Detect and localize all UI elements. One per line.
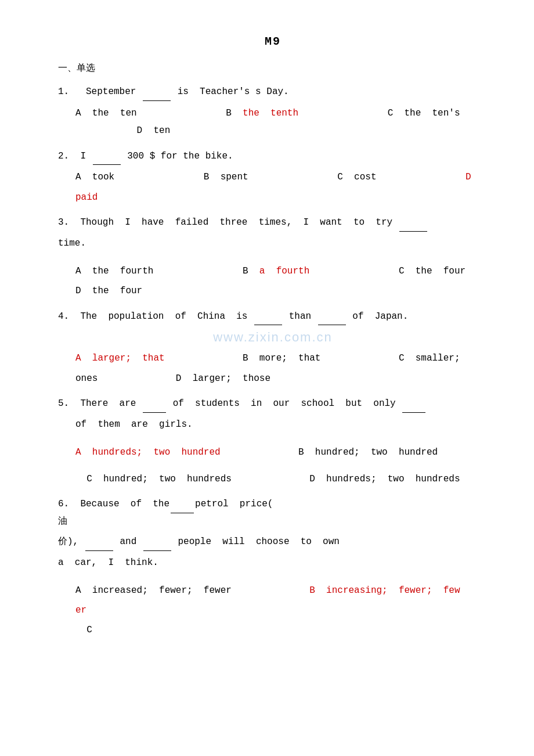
question-2: 2. I 300 $ for the bike. A took B spent … (58, 148, 488, 207)
question-5-text: 5. There are of students in our school b… (58, 395, 488, 413)
blank-4-1 (254, 308, 282, 326)
question-2-options: A took B spent C cost D (75, 168, 488, 186)
question-4-options: A larger; that B more; that C smaller; (75, 350, 488, 367)
question-6-option-c: C (75, 621, 488, 639)
blank-6-3 (143, 534, 171, 551)
question-4-text: 4. The population of China is than of Ja… (58, 308, 488, 326)
question-4: 4. The population of China is than of Ja… (58, 308, 488, 388)
question-1-options: A the ten B the tenth C the ten's D ten (75, 105, 488, 140)
question-3-text: 3. Though I have failed three times, I w… (58, 214, 488, 232)
question-5-text-2: of them are girls. (75, 416, 488, 433)
question-4-option-cd: ones D larger; those (75, 370, 488, 387)
section-title: 一、单选 (58, 62, 488, 74)
blank-4-2 (318, 308, 346, 326)
blank-3-1 (399, 214, 427, 232)
question-2-option-d: paid (75, 189, 488, 206)
question-1: 1. September is Teacher's s Day. A the t… (58, 84, 488, 140)
question-3-option-d: D the four (75, 282, 488, 300)
question-6-options-ab: A increased; fewer; fewer B increasing; … (75, 582, 488, 599)
question-6: 6. Because of the petrol price( 油 价), an… (58, 496, 488, 639)
watermark: www.zixin.com.cn (58, 330, 488, 345)
blank-6-1 (171, 496, 194, 513)
question-6-text-3: a car, I think. (58, 555, 488, 571)
blank-5-2 (402, 395, 425, 413)
question-3-options: A the fourth B a fourth C the four (75, 262, 488, 280)
question-5-options-cd: C hundred; two hundreds D hundreds; two … (75, 470, 488, 488)
question-6-text: 6. Because of the petrol price( 油 (58, 496, 488, 530)
question-3: 3. Though I have failed three times, I w… (58, 214, 488, 300)
question-3-text-2: time. (58, 235, 488, 252)
question-5: 5. There are of students in our school b… (58, 395, 488, 488)
question-5-options-ab: A hundreds; two hundred B hundred; two h… (75, 444, 488, 461)
question-2-text: 2. I 300 $ for the bike. (58, 148, 488, 165)
page-title: M9 (58, 35, 488, 48)
blank-5-1 (143, 395, 166, 413)
blank-1-1 (143, 84, 171, 101)
question-1-text: 1. September is Teacher's s Day. (58, 84, 488, 101)
blank-2-1 (93, 148, 121, 165)
question-6-option-b-cont: er (75, 602, 488, 619)
question-6-text-2: 价), and people will choose to own (58, 534, 488, 551)
blank-6-2 (85, 534, 113, 551)
